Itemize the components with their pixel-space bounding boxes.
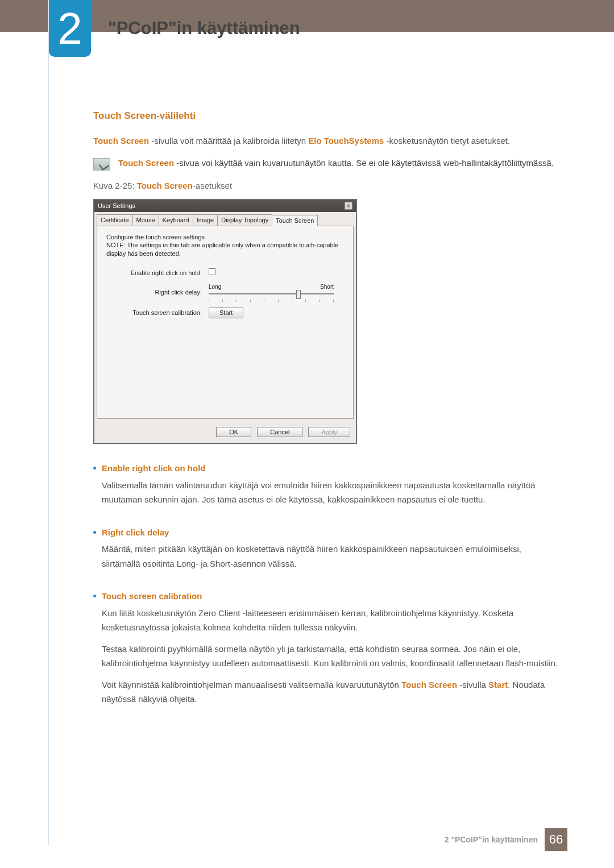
bullet-dot-icon: [93, 531, 96, 534]
top-bar: [0, 0, 614, 32]
bullet-text-last: Voit käynnistää kalibrointiohjelman manu…: [102, 678, 559, 707]
footer-text: 2 "PCoIP"in käyttäminen: [445, 835, 538, 844]
user-settings-dialog: User Settings × Certificate Mouse Keyboa…: [93, 199, 357, 445]
caption-prefix: Kuva 2-25:: [93, 181, 137, 190]
bullet-enable-right-click: Enable right click on hold Valitsemalla …: [93, 461, 559, 514]
dialog-buttons: OK Cancel Apply: [94, 423, 356, 443]
intro-paragraph: Touch Screen -sivulla voit määrittää ja …: [93, 134, 559, 148]
enable-right-click-checkbox[interactable]: [209, 268, 215, 275]
page-content: Touch Screen-välilehti Touch Screen -siv…: [93, 108, 559, 725]
start-button[interactable]: Start: [209, 308, 243, 318]
chapter-title: "PCoIP"in käyttäminen: [108, 18, 300, 39]
dialog-title-text: User Settings: [98, 202, 135, 210]
close-icon[interactable]: ×: [345, 202, 352, 210]
cancel-button[interactable]: Cancel: [257, 427, 302, 438]
last-h2: Start: [488, 680, 508, 690]
form-grid: Enable right click on hold: Right click …: [106, 268, 344, 318]
right-click-delay-label: Right click delay:: [106, 288, 209, 297]
slider-thumb[interactable]: [296, 290, 301, 299]
intro-text-1: -sivulla voit määrittää ja kalibroida li…: [149, 136, 308, 146]
last-prefix: Voit käynnistää kalibrointiohjelman manu…: [102, 680, 401, 690]
bullet-right-click-delay: Right click delay Määritä, miten pitkään…: [93, 525, 559, 578]
chapter-number-badge: 2: [49, 0, 91, 57]
slider-track[interactable]: [209, 290, 334, 300]
left-margin-rule: [48, 0, 49, 845]
tab-image[interactable]: Image: [193, 214, 218, 226]
tab-touch-screen[interactable]: Touch Screen: [272, 215, 318, 226]
page-footer: 2 "PCoIP"in käyttäminen 66: [445, 828, 567, 851]
intro-text-2: -kosketusnäytön tietyt asetukset.: [384, 136, 510, 146]
slider-label-short: Short: [320, 283, 334, 291]
bullet-text: Kun liität kosketusnäytön Zero Client -l…: [102, 606, 559, 635]
bullet-dot-icon: [93, 467, 96, 470]
config-text: Configure the touch screen settings NOTE…: [106, 233, 344, 259]
calibration-label: Touch screen calibration:: [106, 309, 209, 317]
bullet-title: Touch screen calibration: [102, 589, 559, 604]
bullet-title: Enable right click on hold: [102, 461, 559, 476]
tab-display-topology[interactable]: Display Topology: [217, 214, 272, 226]
slider-ticks: [209, 300, 334, 302]
note-icon: [93, 158, 110, 171]
bullet-calibration: Touch screen calibration Kun liität kosk…: [93, 589, 559, 713]
caption-suffix: -asetukset: [193, 181, 232, 190]
ok-button[interactable]: OK: [216, 427, 251, 438]
tab-certificate[interactable]: Certificate: [97, 214, 133, 226]
bullet-dot-icon: [93, 595, 96, 597]
apply-button[interactable]: Apply: [308, 427, 350, 438]
note-highlight: Touch Screen: [118, 158, 174, 168]
bullet-title: Right click delay: [102, 525, 559, 540]
tab-mouse[interactable]: Mouse: [132, 214, 159, 226]
note-row: Touch Screen -sivua voi käyttää vain kuv…: [93, 156, 559, 171]
tab-row: Certificate Mouse Keyboard Image Display…: [94, 212, 356, 226]
figure-caption: Kuva 2-25: Touch Screen-asetukset: [93, 178, 559, 193]
note-body: -sivua voi käyttää vain kuvaruutunäytön …: [174, 158, 554, 168]
tab-keyboard[interactable]: Keyboard: [159, 214, 193, 226]
right-click-delay-slider[interactable]: Long Short: [209, 283, 334, 302]
section-heading: Touch Screen-välilehti: [93, 108, 559, 124]
bullet-text: Testaa kalibrointi pyyhkimällä sormella …: [102, 642, 559, 671]
note-text: Touch Screen -sivua voi käyttää vain kuv…: [118, 156, 554, 171]
bullet-text: Valitsemalla tämän valintaruudun käyttäj…: [102, 478, 559, 507]
dialog-titlebar: User Settings ×: [94, 200, 356, 212]
config-line-1: Configure the touch screen settings: [106, 233, 344, 242]
intro-highlight-1: Touch Screen: [93, 136, 149, 146]
enable-right-click-label: Enable right click on hold:: [106, 269, 209, 277]
slider-label-long: Long: [209, 283, 221, 291]
bullet-text: Määritä, miten pitkään käyttäjän on kosk…: [102, 542, 559, 571]
config-line-2: NOTE: The settings in this tab are appli…: [106, 241, 344, 258]
page-number: 66: [545, 828, 567, 851]
intro-highlight-2: Elo TouchSystems: [308, 136, 384, 146]
caption-highlight: Touch Screen: [137, 181, 193, 190]
last-middle: -sivulla: [457, 680, 488, 690]
tab-panel: Configure the touch screen settings NOTE…: [97, 226, 354, 419]
last-h1: Touch Screen: [401, 680, 457, 690]
